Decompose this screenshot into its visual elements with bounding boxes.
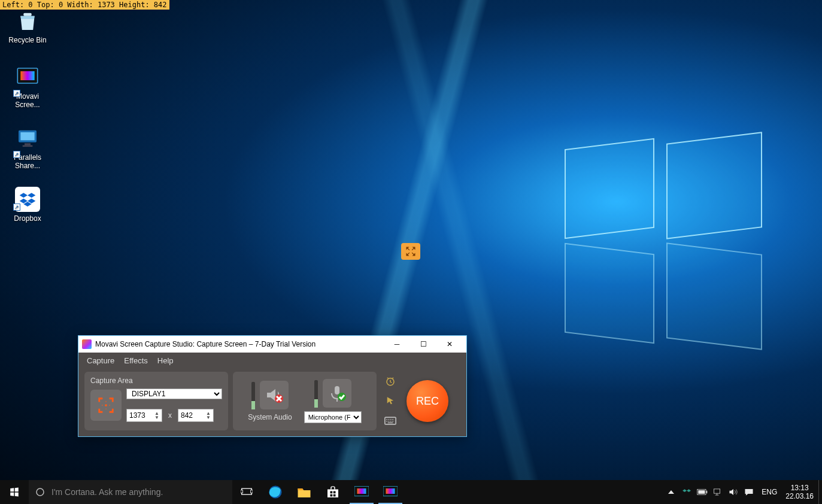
svg-rect-12 (385, 417, 396, 424)
keyboard-icon (384, 417, 396, 425)
language-indicator[interactable]: ENG (758, 488, 781, 496)
desktop-icon-label: Parallels Share... (5, 153, 50, 170)
tray-network-icon[interactable] (712, 487, 723, 497)
desktop-icon-label: Dropbox (5, 214, 50, 223)
svg-point-13 (37, 488, 44, 496)
desktop-icon-label: Recycle Bin (5, 36, 50, 44)
clock-date: 22.03.16 (785, 492, 814, 500)
titlebar[interactable]: Movavi Screen Capture Studio: Capture Sc… (78, 336, 466, 353)
recycle-bin-icon (15, 8, 40, 34)
dropbox-small-icon (683, 488, 691, 496)
svg-rect-22 (386, 488, 395, 494)
svg-rect-0 (23, 13, 31, 16)
movavi-app-icon (354, 486, 369, 498)
system-audio-label: System Audio (248, 413, 292, 421)
network-icon (713, 488, 723, 496)
notifications-icon (744, 488, 754, 496)
taskbar-app-explorer[interactable] (290, 480, 319, 504)
expand-arrows-icon (405, 245, 417, 257)
monitor-share-icon (15, 126, 40, 151)
capture-resize-handle[interactable] (401, 243, 420, 260)
desktop-icon-recycle-bin[interactable]: Recycle Bin (5, 8, 50, 44)
desktop-icon-dropbox[interactable]: ↗ Dropbox (5, 187, 50, 223)
chevron-up-icon (668, 488, 675, 496)
svg-rect-5 (25, 143, 31, 145)
audio-panel: System Audio Microphone (F (233, 372, 377, 430)
taskbar-apps (261, 480, 405, 504)
dimension-separator: x (168, 411, 172, 420)
shortcut-overlay-icon: ↗ (13, 204, 20, 211)
crop-target-icon (97, 396, 115, 414)
movavi-app-icon (383, 486, 398, 498)
menu-effects[interactable]: Effects (124, 356, 148, 365)
tray-power-icon[interactable] (697, 487, 708, 497)
keyboard-capture-button[interactable] (383, 414, 398, 428)
svg-rect-2 (20, 71, 34, 80)
desktop-icon-parallels[interactable]: ↗ Parallels Share... (5, 126, 50, 170)
menu-capture[interactable]: Capture (87, 356, 114, 365)
svg-rect-9 (335, 386, 339, 394)
edge-icon (268, 484, 283, 500)
task-view-button[interactable] (232, 480, 261, 504)
system-audio-toggle[interactable] (260, 381, 289, 409)
store-icon (326, 485, 340, 499)
maximize-button[interactable]: ☐ (410, 336, 436, 353)
taskbar-app-movavi-1[interactable] (347, 480, 376, 504)
system-tray (662, 487, 758, 497)
taskbar-clock[interactable]: 13:13 22.03.16 (781, 484, 818, 500)
movavi-app-icon (15, 65, 40, 90)
taskbar-app-store[interactable] (319, 480, 347, 504)
tray-overflow-button[interactable] (666, 487, 677, 497)
microphone-select[interactable]: Microphone (F (304, 411, 362, 423)
svg-rect-25 (699, 490, 705, 494)
movavi-app-icon (82, 339, 92, 349)
menu-help[interactable]: Help (157, 356, 174, 365)
taskbar: I'm Cortana. Ask me anything. ENG 13:13 … (0, 480, 822, 504)
height-input[interactable]: 842▲▼ (178, 409, 214, 422)
taskbar-app-edge[interactable] (261, 480, 290, 504)
tray-volume-icon[interactable] (728, 487, 739, 497)
svg-rect-24 (706, 491, 708, 494)
taskbar-app-movavi-2[interactable] (376, 480, 405, 504)
clock-time: 13:13 (785, 484, 814, 492)
select-area-button[interactable] (90, 390, 122, 421)
movavi-window: Movavi Screen Capture Studio: Capture Sc… (78, 335, 467, 437)
cursor-effects-button[interactable] (383, 394, 398, 408)
windows-logo (565, 144, 762, 341)
cortana-placeholder: I'm Cortana. Ask me anything. (51, 487, 163, 497)
minimize-button[interactable]: ─ (384, 336, 410, 353)
start-button[interactable] (0, 480, 29, 504)
file-explorer-icon (297, 485, 311, 499)
capture-area-header: Capture Area (90, 377, 222, 385)
speaker-muted-icon (265, 385, 284, 405)
display-select[interactable]: DISPLAY1 (126, 388, 222, 399)
svg-rect-15 (241, 490, 242, 493)
cursor-icon (385, 396, 396, 406)
windows-start-icon (9, 487, 20, 497)
svg-rect-26 (714, 489, 720, 493)
width-input[interactable]: 1373▲▼ (126, 409, 162, 422)
shortcut-overlay-icon: ↗ (13, 90, 20, 97)
microphone-enabled-icon (327, 384, 347, 403)
battery-icon (697, 488, 708, 496)
svg-rect-18 (327, 490, 338, 498)
svg-rect-4 (20, 132, 34, 140)
record-button[interactable]: REC (407, 380, 448, 422)
close-button[interactable]: ✕ (436, 336, 463, 353)
capture-area-panel: Capture Area DISPLAY1 1373▲▼ x 842▲▼ (84, 372, 228, 430)
cortana-circle-icon (35, 487, 46, 497)
svg-rect-14 (242, 488, 252, 494)
desktop-icon-movavi[interactable]: ↗ Movavi Scree... (5, 65, 50, 109)
desktop-icon-label: Movavi Scree... (5, 92, 50, 109)
tools-column (381, 372, 399, 430)
show-desktop-button[interactable] (818, 480, 822, 504)
record-panel: REC (404, 372, 451, 430)
cortana-search[interactable]: I'm Cortana. Ask me anything. (29, 480, 232, 504)
svg-rect-16 (251, 490, 253, 493)
task-view-icon (241, 487, 253, 497)
microphone-toggle[interactable] (323, 379, 351, 408)
tray-action-center-icon[interactable] (744, 487, 754, 497)
schedule-button[interactable] (383, 374, 398, 388)
speaker-icon (729, 488, 738, 496)
tray-dropbox-icon[interactable] (681, 487, 692, 497)
